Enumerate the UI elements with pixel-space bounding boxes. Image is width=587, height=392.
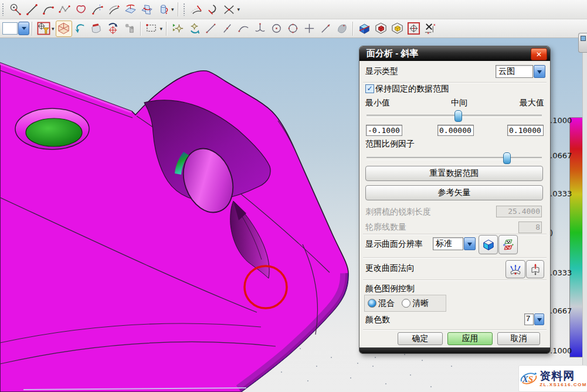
ok-label: 确定 [412, 333, 429, 344]
display-type-value[interactable]: 云图 [496, 65, 533, 78]
legend-label: .0333 [550, 189, 569, 198]
project-curve-icon[interactable] [122, 1, 138, 18]
close-button[interactable]: ✕ [531, 48, 547, 60]
point-icon[interactable] [7, 1, 23, 18]
solid-cube-icon[interactable] [372, 21, 389, 37]
midpoint-pick-icon[interactable] [317, 21, 334, 37]
selection-filter-icon[interactable] [35, 21, 52, 37]
slider-handle[interactable] [454, 110, 462, 122]
trim-curve-icon[interactable] [188, 1, 205, 18]
cancel-label: 取消 [511, 333, 527, 344]
silhouette-curve-icon[interactable] [155, 1, 171, 18]
studio-spline-icon[interactable] [73, 1, 89, 18]
watermark-url: ZL.XS1616.COM [540, 383, 587, 387]
rect-select-icon[interactable] [144, 21, 160, 37]
toolbar-grip[interactable] [2, 3, 5, 16]
line-pick-icon[interactable] [202, 21, 219, 37]
slider-track[interactable] [367, 157, 542, 160]
keep-range-checkbox[interactable]: ✓ [365, 84, 374, 93]
line-icon[interactable] [23, 1, 40, 18]
blend-radio-item[interactable]: 混合 [368, 298, 395, 309]
undo-icon[interactable] [72, 21, 89, 37]
sharp-radio-item[interactable]: 清晰 [402, 298, 429, 309]
spline-icon[interactable] [56, 1, 73, 18]
color-count-value[interactable]: 7 [524, 313, 534, 325]
svg-text:XS: XS [522, 374, 533, 384]
resolution-label: 显示曲面分辨率 [365, 239, 423, 250]
window-right-edge [582, 38, 587, 392]
wcs-cube-icon[interactable] [356, 21, 372, 37]
orient-view-icon[interactable] [105, 21, 121, 37]
toolbar-grip[interactable] [183, 3, 186, 16]
resolution-value[interactable]: 标准 [433, 237, 463, 250]
color-count-combo[interactable]: 7 [524, 313, 544, 325]
show-normals-button[interactable] [505, 260, 525, 278]
face-pick-icon[interactable] [334, 21, 350, 37]
max-value-field[interactable]: 0.10000 [507, 125, 544, 136]
apply-label: 应用 [462, 333, 479, 344]
arc-icon[interactable] [40, 1, 56, 18]
circle-center-icon[interactable] [268, 21, 284, 37]
trim-toolbar-dropdown-icon[interactable]: ▾ [237, 6, 240, 12]
move-handles-icon[interactable] [169, 21, 186, 37]
curve-intersect-icon[interactable] [221, 1, 237, 18]
bridge-curve-icon[interactable] [89, 1, 106, 18]
sharp-radio[interactable] [402, 299, 410, 308]
reset-range-button[interactable]: 重置数据范围 [365, 166, 543, 181]
legend-label: .0667 [550, 306, 569, 315]
view-cube-icon[interactable] [56, 21, 72, 37]
reference-vector-button[interactable]: 参考矢量 [365, 185, 543, 200]
shaded-cube-button[interactable] [479, 235, 498, 254]
cancel-button[interactable]: 取消 [497, 332, 540, 345]
reverse-normal-button[interactable] [526, 260, 544, 278]
legend-label: ) [550, 229, 569, 237]
rect-select-dropdown-icon[interactable]: ▾ [160, 26, 163, 32]
slider-handle[interactable] [503, 152, 511, 164]
color-count-dropdown-icon[interactable] [534, 313, 544, 325]
offset-curve-icon[interactable] [106, 1, 122, 18]
dialog-title-bar[interactable]: 面分析 - 斜率 [359, 46, 550, 61]
transform-icon[interactable] [121, 21, 138, 37]
blend-radio[interactable] [368, 299, 376, 308]
rotate-handles-icon[interactable] [186, 21, 202, 37]
resolution-combo[interactable]: 标准 [433, 237, 476, 250]
watermark: XS 资料网 ZL.XS1616.COM [518, 365, 587, 392]
resolution-dropdown-icon[interactable] [464, 237, 476, 250]
curve-toolbar-dropdown-icon[interactable]: ▾ [171, 6, 174, 12]
apply-button[interactable]: 应用 [447, 332, 493, 345]
sheet-cube-icon[interactable] [389, 21, 405, 37]
display-type-combo[interactable]: 云图 [496, 65, 545, 78]
reference-vector-label: 参考矢量 [438, 188, 471, 198]
resource-bar-tab[interactable] [578, 33, 587, 53]
mid-value-field[interactable]: 0.00000 [437, 125, 474, 136]
display-type-label: 显示类型 [365, 66, 398, 77]
ok-button[interactable]: 确定 [398, 332, 443, 345]
analysis-mesh-button[interactable] [498, 235, 518, 254]
csys-dimension-icon[interactable]: xx [422, 21, 438, 37]
circle-points-icon[interactable] [284, 21, 301, 37]
max-label: 最大值 [520, 98, 544, 108]
plus-point-icon[interactable] [301, 21, 317, 37]
selection-scope-value[interactable] [2, 22, 18, 35]
range-factor-slider[interactable] [367, 152, 542, 163]
branch-point-icon[interactable] [252, 21, 268, 37]
filter-dropdown-icon[interactable]: ▾ [52, 26, 55, 32]
mid-value-slider[interactable] [367, 110, 542, 121]
display-type-dropdown-icon[interactable] [534, 65, 545, 78]
shaded-view-icon[interactable] [89, 21, 105, 37]
min-value-field[interactable]: -0.1000 [366, 125, 402, 136]
mid-label: 中间 [442, 98, 477, 108]
separator [363, 329, 547, 330]
resource-bar-tab-icon [581, 36, 586, 41]
intersection-curve-icon[interactable] [138, 1, 155, 18]
selection-scope-combo[interactable] [2, 22, 29, 35]
sharp-label: 清晰 [412, 298, 429, 309]
separator [363, 234, 547, 235]
point-dialog-icon[interactable] [405, 21, 422, 37]
segment-pick-icon[interactable] [219, 21, 235, 37]
dialog-resize-bar[interactable] [359, 347, 550, 353]
divide-curve-icon[interactable] [205, 1, 221, 18]
selection-scope-dropdown-icon[interactable] [18, 22, 29, 35]
legend-control-label: 颜色图例控制 [365, 284, 415, 294]
curve-pick-icon[interactable] [235, 21, 252, 37]
